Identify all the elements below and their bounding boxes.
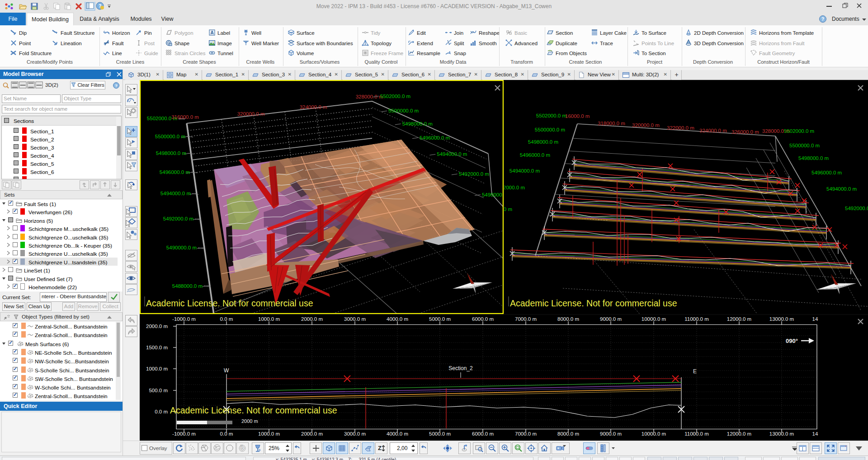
svg-text:324000.0 m: 324000.0 m <box>699 128 727 133</box>
svg-text:W: W <box>224 367 229 374</box>
svg-text:5494000.0 m: 5494000.0 m <box>509 168 540 174</box>
svg-text:6000.0 m: 6000.0 m <box>472 431 494 437</box>
svg-text:5502000.0 m: 5502000.0 m <box>536 113 566 118</box>
svg-text:1000.0 m: 1000.0 m <box>146 366 168 371</box>
svg-text:1000.0 m: 1000.0 m <box>258 316 280 322</box>
svg-text:2000.0 m: 2000.0 m <box>146 324 168 329</box>
svg-text:10000.0 m: 10000.0 m <box>642 431 666 437</box>
svg-text:0.0 m: 0.0 m <box>220 316 233 322</box>
svg-text:6000.0 m: 6000.0 m <box>472 316 494 322</box>
svg-text:1500.0 m: 1500.0 m <box>146 345 168 350</box>
svg-text:9000.0 m: 9000.0 m <box>600 316 622 322</box>
svg-text:92000.0 m: 92000.0 m <box>504 185 525 190</box>
svg-text:5494000.0 m: 5494000.0 m <box>437 151 467 157</box>
svg-text:8000.0 m: 8000.0 m <box>557 316 579 322</box>
svg-text:322000.0 m: 322000.0 m <box>667 125 694 131</box>
svg-text:5502000.0 m: 5502000.0 m <box>784 128 814 134</box>
svg-text:16000.0 m: 16000.0 m <box>565 113 590 119</box>
svg-text:5490000.0 m: 5490000.0 m <box>166 245 197 250</box>
svg-text:5000.0 m: 5000.0 m <box>429 316 451 322</box>
svg-text:?: ? <box>115 83 118 88</box>
svg-text:328000.0 m: 328000.0 m <box>356 94 383 99</box>
svg-text:320000.0 m: 320000.0 m <box>237 111 265 117</box>
svg-text:090°: 090° <box>786 338 798 344</box>
svg-text:2000 m: 2000 m <box>241 418 258 424</box>
svg-text:13000.0 m: 13000.0 m <box>769 316 794 322</box>
svg-text:2000.0 m: 2000.0 m <box>301 431 323 437</box>
svg-text:5498000.0 m: 5498000.0 m <box>798 155 829 161</box>
svg-text:5500000.0 m: 5500000.0 m <box>155 134 185 139</box>
svg-text:-1000.0 m: -1000.0 m <box>172 431 196 437</box>
svg-text:14: 14 <box>812 431 818 437</box>
svg-text:11000.0 m: 11000.0 m <box>684 316 709 322</box>
svg-text:-1000.0 m: -1000.0 m <box>172 316 196 322</box>
svg-text:5500000.0 m: 5500000.0 m <box>789 143 820 148</box>
svg-text:5500000.0 m: 5500000.0 m <box>535 127 565 132</box>
svg-text:500.0 m: 500.0 m <box>149 388 168 393</box>
svg-text:0.0 m: 0.0 m <box>155 409 168 414</box>
svg-text:324000.0 m: 324000.0 m <box>300 104 327 110</box>
svg-text:Section_2: Section_2 <box>448 365 473 371</box>
svg-text:8000.0 m: 8000.0 m <box>557 431 579 437</box>
svg-text:9000.0 m: 9000.0 m <box>600 431 622 437</box>
svg-text:5494000.0 m: 5494000.0 m <box>160 191 191 196</box>
svg-text:316000.0 m: 316000.0 m <box>171 114 199 120</box>
svg-text:12000.0 m: 12000.0 m <box>727 316 751 322</box>
svg-text:1000.0 m: 1000.0 m <box>258 431 280 437</box>
svg-text:4000.0 m: 4000.0 m <box>387 316 408 322</box>
svg-text:7000.0 m: 7000.0 m <box>515 316 537 322</box>
svg-text:5492000.0 m: 5492000.0 m <box>163 216 193 221</box>
svg-text:Academic License. Not for comm: Academic License. Not for commercial use <box>146 298 313 308</box>
svg-text:Academic License. Not for comm: Academic License. Not for commercial use <box>510 298 677 308</box>
svg-text:5498000.0 m: 5498000.0 m <box>528 139 558 145</box>
svg-text:13000.0 m: 13000.0 m <box>769 431 794 437</box>
svg-text:2000.0 m: 2000.0 m <box>301 316 323 322</box>
svg-text:5496000.0 m: 5496000.0 m <box>160 169 190 175</box>
svg-text:11000.0 m: 11000.0 m <box>684 431 709 437</box>
svg-text:0.0 m: 0.0 m <box>220 431 233 437</box>
svg-text:5492000.0: 5492000.0 <box>845 206 868 211</box>
svg-text:5498000.0 m: 5498000.0 m <box>402 121 433 127</box>
svg-text:5498000.0 m: 5498000.0 m <box>156 150 186 156</box>
svg-text:A: A <box>210 30 213 35</box>
svg-text:14: 14 <box>812 316 818 322</box>
svg-text:5000.0 m: 5000.0 m <box>429 431 451 437</box>
svg-text:0 m: 0 m <box>504 207 512 212</box>
svg-text:5496000.0 m: 5496000.0 m <box>520 152 550 158</box>
svg-text:5502000.0 m: 5502000.0 m <box>380 94 410 99</box>
svg-text:7000.0 m: 7000.0 m <box>515 431 537 437</box>
svg-text:3000.0 m: 3000.0 m <box>344 316 366 322</box>
svg-text:5492000.0 m: 5492000.0 m <box>459 171 489 177</box>
svg-text:E: E <box>693 368 697 375</box>
svg-text:318000.0 m: 318000.0 m <box>598 121 625 126</box>
svg-text:12000.0 m: 12000.0 m <box>727 431 751 437</box>
svg-text:10000.0 m: 10000.0 m <box>642 316 666 322</box>
svg-text:5496000.0 m: 5496000.0 m <box>420 135 450 141</box>
svg-text:5496000.0 m: 5496000.0 m <box>811 170 842 175</box>
svg-text:Academic License. Not for comm: Academic License. Not for commercial use <box>170 405 337 415</box>
svg-text:3D(2): 3D(2) <box>45 82 58 88</box>
svg-text:10: 10 <box>240 444 243 447</box>
svg-text:5500000.0 m: 5500000.0 m <box>388 108 419 113</box>
svg-text:Z: Z <box>378 445 382 451</box>
svg-text:?: ? <box>821 17 824 22</box>
svg-text:3000.0 m: 3000.0 m <box>344 431 366 437</box>
svg-text:5490000.0 m: 5490000.0 m <box>482 192 504 197</box>
svg-text:320000.0 m: 320000.0 m <box>632 122 660 128</box>
svg-text:R: R <box>241 447 243 450</box>
svg-text:5494000.0 m: 5494000.0 m <box>826 186 857 192</box>
svg-text:326000.0 m: 326000.0 m <box>731 129 759 135</box>
svg-text:5488000.0 m: 5488000.0 m <box>172 283 203 289</box>
svg-text:4000.0 m: 4000.0 m <box>387 431 408 437</box>
